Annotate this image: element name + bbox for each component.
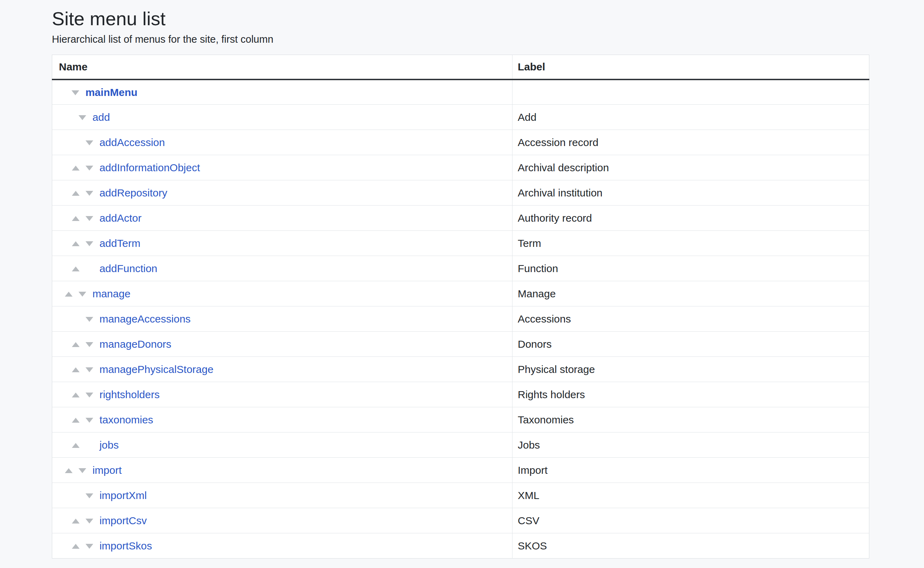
- move-down-icon[interactable]: [86, 393, 93, 397]
- menu-name-link[interactable]: manageDonors: [100, 338, 171, 350]
- menu-name-cell: import: [52, 458, 512, 483]
- menu-name-cell: importSkos: [52, 533, 512, 559]
- menu-label: Authority record: [512, 205, 869, 231]
- table-row: jobs Jobs: [52, 432, 869, 458]
- table-row: taxonomies Taxonomies: [52, 407, 869, 432]
- move-down-icon[interactable]: [86, 191, 93, 196]
- move-up-icon[interactable]: [72, 342, 80, 347]
- table-row: importXml XML: [52, 483, 869, 508]
- table-row: importCsv CSV: [52, 508, 869, 533]
- menu-name-cell: addFunction: [52, 256, 512, 281]
- move-up-icon[interactable]: [72, 166, 80, 171]
- menu-name-link[interactable]: managePhysicalStorage: [100, 364, 214, 375]
- menu-name-cell: addActor: [52, 205, 512, 231]
- menu-name-link[interactable]: manage: [92, 288, 130, 299]
- menu-name-link[interactable]: jobs: [100, 439, 119, 451]
- move-up-icon[interactable]: [65, 292, 73, 297]
- move-up-icon[interactable]: [72, 393, 80, 397]
- menu-label: Import: [512, 458, 869, 483]
- menu-label: Rights holders: [512, 382, 869, 407]
- table-row: importSkos SKOS: [52, 533, 869, 559]
- menu-name-link[interactable]: importSkos: [100, 540, 152, 551]
- move-down-icon[interactable]: [86, 544, 93, 549]
- menu-name-cell: mainMenu: [52, 80, 512, 105]
- move-down-icon[interactable]: [86, 367, 93, 372]
- menu-name-link[interactable]: add: [92, 111, 110, 123]
- page-content: Site menu list Hierarchical list of menu…: [52, 0, 869, 559]
- table-row: addTerm Term: [52, 231, 869, 256]
- table-row: addActor Authority record: [52, 205, 869, 231]
- menu-name-cell: manageAccessions: [52, 307, 512, 332]
- move-down-icon[interactable]: [71, 91, 79, 95]
- menu-label: [512, 80, 869, 105]
- menu-name-link[interactable]: import: [92, 464, 122, 476]
- table-body: mainMenu add Add addAccession Accession …: [52, 80, 869, 559]
- menu-label: Archival description: [512, 155, 869, 180]
- move-up-icon[interactable]: [72, 241, 80, 246]
- menu-name-link[interactable]: addAccession: [100, 137, 165, 148]
- column-header-name: Name: [52, 54, 512, 80]
- move-down-icon[interactable]: [86, 140, 93, 145]
- move-down-icon[interactable]: [79, 115, 86, 120]
- menu-name-cell: addInformationObject: [52, 155, 512, 180]
- move-down-icon[interactable]: [86, 342, 93, 347]
- page-title: Site menu list: [52, 0, 869, 29]
- menu-name-link[interactable]: addFunction: [100, 263, 158, 274]
- move-up-icon[interactable]: [72, 443, 80, 448]
- move-up-icon[interactable]: [65, 468, 73, 473]
- table-row: addInformationObject Archival descriptio…: [52, 155, 869, 180]
- menu-label: Accession record: [512, 130, 869, 155]
- menu-name-cell: importXml: [52, 483, 512, 508]
- table-row: rightsholders Rights holders: [52, 382, 869, 407]
- menu-name-cell: managePhysicalStorage: [52, 357, 512, 382]
- menu-name-link[interactable]: addActor: [100, 212, 142, 224]
- move-down-icon[interactable]: [86, 166, 93, 171]
- move-down-icon[interactable]: [86, 216, 93, 221]
- table-header-row: Name Label: [52, 54, 869, 80]
- menu-name-cell: rightsholders: [52, 382, 512, 407]
- move-up-icon[interactable]: [72, 418, 80, 423]
- menu-name-link[interactable]: addInformationObject: [100, 162, 200, 173]
- menu-label: Archival institution: [512, 180, 869, 205]
- site-menu-table: Name Label mainMenu add Add addAccession…: [52, 54, 869, 559]
- move-down-icon[interactable]: [86, 418, 93, 423]
- move-up-icon[interactable]: [72, 519, 80, 524]
- menu-label: Taxonomies: [512, 407, 869, 432]
- menu-name-cell: addRepository: [52, 180, 512, 205]
- move-up-icon[interactable]: [72, 266, 80, 271]
- menu-name-link[interactable]: addRepository: [100, 187, 167, 199]
- menu-name-link[interactable]: addTerm: [100, 237, 141, 249]
- menu-label: CSV: [512, 508, 869, 533]
- move-down-icon[interactable]: [86, 519, 93, 524]
- page-subtitle: Hierarchical list of menus for the site,…: [52, 33, 869, 46]
- menu-name-cell: jobs: [52, 432, 512, 458]
- table-row: addRepository Archival institution: [52, 180, 869, 205]
- move-down-icon[interactable]: [86, 241, 93, 246]
- menu-name-cell: manageDonors: [52, 332, 512, 357]
- menu-name-link[interactable]: rightsholders: [100, 389, 160, 400]
- move-down-icon[interactable]: [79, 468, 86, 473]
- menu-label: Accessions: [512, 307, 869, 332]
- menu-name-link[interactable]: manageAccessions: [100, 313, 191, 325]
- menu-name-link[interactable]: mainMenu: [86, 86, 138, 98]
- menu-name-cell: taxonomies: [52, 407, 512, 432]
- move-up-icon[interactable]: [72, 367, 80, 372]
- move-down-icon[interactable]: [86, 493, 93, 498]
- move-down-icon[interactable]: [86, 317, 93, 322]
- move-up-icon[interactable]: [72, 191, 80, 196]
- menu-label: Function: [512, 256, 869, 281]
- menu-name-link[interactable]: taxonomies: [100, 414, 153, 426]
- move-down-icon[interactable]: [79, 292, 86, 297]
- menu-label: Physical storage: [512, 357, 869, 382]
- move-up-icon[interactable]: [72, 544, 80, 549]
- menu-name-link[interactable]: importXml: [100, 489, 147, 501]
- menu-name-cell: manage: [52, 281, 512, 307]
- move-up-icon[interactable]: [72, 216, 80, 221]
- menu-name-link[interactable]: importCsv: [100, 515, 147, 526]
- menu-name-cell: importCsv: [52, 508, 512, 533]
- table-row: manageDonors Donors: [52, 332, 869, 357]
- menu-label: SKOS: [512, 533, 869, 559]
- table-row: addFunction Function: [52, 256, 869, 281]
- menu-name-cell: addTerm: [52, 231, 512, 256]
- menu-label: Term: [512, 231, 869, 256]
